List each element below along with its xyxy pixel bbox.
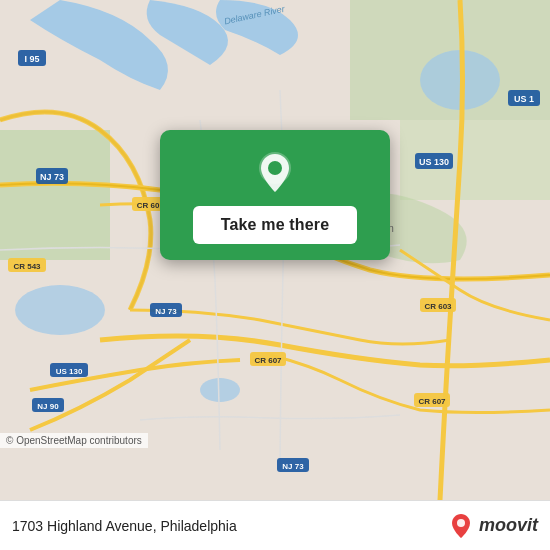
osm-attribution-text: © OpenStreetMap contributors [6, 435, 142, 446]
svg-point-4 [15, 285, 105, 335]
svg-text:CR 607: CR 607 [254, 356, 282, 365]
svg-text:US 130: US 130 [56, 367, 83, 376]
address-label: 1703 Highland Avenue, Philadelphia [12, 518, 447, 534]
svg-text:CR 543: CR 543 [13, 262, 41, 271]
svg-point-36 [268, 161, 282, 175]
svg-text:I 95: I 95 [24, 54, 39, 64]
osm-attribution: © OpenStreetMap contributors [0, 433, 148, 448]
svg-text:US 1: US 1 [514, 94, 534, 104]
svg-point-37 [457, 519, 465, 527]
svg-rect-1 [0, 130, 110, 260]
popup-card: Take me there [160, 130, 390, 260]
moovit-logo-icon [447, 512, 475, 540]
moovit-logo: moovit [447, 512, 538, 540]
take-me-there-button[interactable]: Take me there [193, 206, 358, 244]
svg-text:CR 607: CR 607 [418, 397, 446, 406]
svg-text:NJ 73: NJ 73 [155, 307, 177, 316]
map-container: I 95 US 1 NJ 73 US 130 CR 60 CR 543 NJ 7… [0, 0, 550, 500]
moovit-brand-text: moovit [479, 515, 538, 536]
svg-text:NJ 73: NJ 73 [282, 462, 304, 471]
svg-point-6 [200, 378, 240, 402]
svg-text:NJ 90: NJ 90 [37, 402, 59, 411]
svg-text:US 130: US 130 [419, 157, 449, 167]
svg-text:CR 60: CR 60 [137, 201, 160, 210]
svg-text:CR 603: CR 603 [424, 302, 452, 311]
bottom-bar: 1703 Highland Avenue, Philadelphia moovi… [0, 500, 550, 550]
svg-text:NJ 73: NJ 73 [40, 172, 64, 182]
location-pin-icon [251, 148, 299, 196]
